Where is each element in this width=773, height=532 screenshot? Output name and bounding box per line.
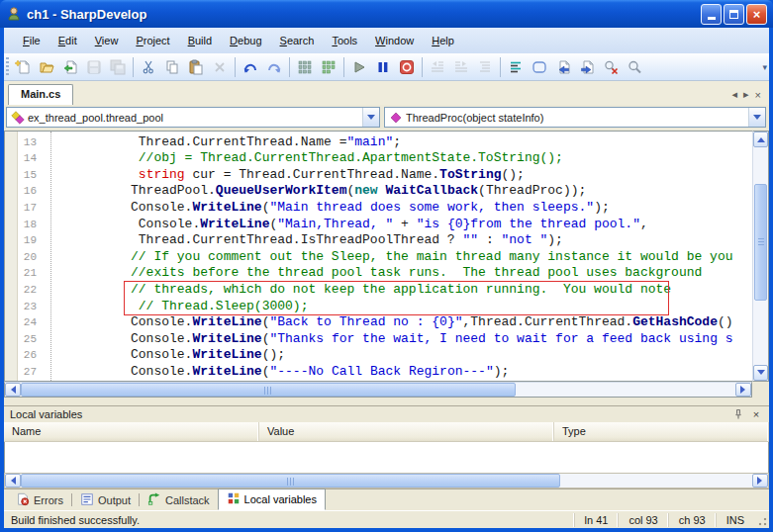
local-variables-list[interactable] xyxy=(4,442,769,473)
stop-button[interactable] xyxy=(395,55,419,78)
code-line[interactable]: 21 //exits before the thread pool task r… xyxy=(5,265,752,282)
column-header-type[interactable]: Type xyxy=(554,422,769,441)
class-combobox[interactable]: ex_thread_pool.thread_pool xyxy=(6,107,380,128)
panel-scroll-left-icon[interactable] xyxy=(5,474,21,488)
vertical-scroll-thumb[interactable] xyxy=(754,184,767,301)
uncomment-region-button[interactable] xyxy=(317,55,340,78)
panel-close-icon[interactable]: × xyxy=(749,407,763,421)
code-line[interactable]: 22 // threads, which do not keep the app… xyxy=(5,282,752,299)
code-line[interactable]: 20 // If you comment out the Sleep, the … xyxy=(5,249,752,266)
tab-main-cs[interactable]: Main.cs xyxy=(8,84,73,105)
horizontal-scroll-thumb[interactable] xyxy=(21,383,516,397)
minimize-button[interactable] xyxy=(701,4,722,25)
code-line[interactable]: 24 Console.WriteLine("Back to Thread no … xyxy=(5,314,752,331)
next-bookmark-button[interactable] xyxy=(575,55,599,78)
new-file-button[interactable] xyxy=(11,55,35,78)
panel-scroll-thumb[interactable] xyxy=(21,474,560,488)
panel-horizontal-scrollbar[interactable] xyxy=(4,473,769,488)
undo-button[interactable] xyxy=(239,55,262,78)
run-button[interactable] xyxy=(347,55,371,78)
scroll-right-icon[interactable] xyxy=(735,383,751,397)
redo-button[interactable] xyxy=(262,55,286,78)
scroll-up-icon[interactable] xyxy=(753,132,768,147)
cut-button[interactable] xyxy=(137,55,160,78)
tab-scroll-right-icon[interactable]: ▸ xyxy=(743,88,749,101)
menu-project[interactable]: Project xyxy=(127,31,178,50)
code-line[interactable]: 18 Console.WriteLine("Main,Thread, " + "… xyxy=(5,217,752,233)
copy-button[interactable] xyxy=(160,55,184,78)
column-header-value[interactable]: Value xyxy=(259,422,554,441)
search-button[interactable] xyxy=(623,55,646,78)
callstack-icon xyxy=(147,492,161,508)
code-line[interactable]: 14 //obj = Thread.CurrentThread.Apartmen… xyxy=(5,150,752,167)
menu-file[interactable]: File xyxy=(14,31,49,50)
tab-label: Callstack xyxy=(165,494,210,506)
code-line[interactable]: 23 // Thread.Sleep(3000); xyxy=(5,299,752,315)
clear-bookmarks-button[interactable] xyxy=(599,55,623,78)
resize-grip[interactable] xyxy=(754,513,768,527)
close-button[interactable]: × xyxy=(746,4,767,25)
line-number: 26 xyxy=(5,347,45,364)
code-text: string cur = Thread.CurrentThread.Name.T… xyxy=(45,167,525,184)
line-number: 23 xyxy=(5,299,45,315)
pause-button[interactable] xyxy=(371,55,395,78)
member-combobox[interactable]: ThreadProc(object stateInfo) xyxy=(384,107,766,128)
menu-debug[interactable]: Debug xyxy=(221,31,270,50)
code-line[interactable]: 13 Thread.CurrentThread.Name ="main"; xyxy=(5,134,752,151)
line-number: 16 xyxy=(5,183,45,200)
code-line[interactable]: 19 Thread.CurrentThread.IsThreadPoolThre… xyxy=(5,232,752,249)
local-variables-icon xyxy=(227,491,241,507)
panel-title: Local variables xyxy=(10,408,727,420)
paste-button[interactable] xyxy=(184,55,208,78)
class-combobox-dropdown-icon[interactable] xyxy=(362,108,379,127)
code-line[interactable]: 27 Console.WriteLine("----No Call Back R… xyxy=(5,364,752,381)
tab-errors[interactable]: Errors xyxy=(8,490,71,510)
menu-view[interactable]: View xyxy=(86,31,128,50)
menu-window[interactable]: Window xyxy=(366,31,423,50)
show-whitespace-button[interactable] xyxy=(504,55,528,78)
line-number: 20 xyxy=(5,249,45,266)
code-text: // threads, which do not keep the applic… xyxy=(45,282,671,299)
tab-output[interactable]: Output xyxy=(72,490,139,510)
member-combobox-dropdown-icon[interactable] xyxy=(748,108,765,127)
tab-local-variables[interactable]: Local variables xyxy=(218,488,326,510)
code-editor[interactable]: 12 string Str = Thread.GetDomainID();13 … xyxy=(4,131,752,382)
tab-callstack[interactable]: Callstack xyxy=(140,490,218,510)
tab-close-icon[interactable]: × xyxy=(755,89,761,101)
editor-vertical-scrollbar[interactable] xyxy=(752,131,769,382)
menu-tools[interactable]: Tools xyxy=(323,31,366,50)
toolbar-overflow-icon[interactable]: ▾ xyxy=(762,62,767,72)
panel-scroll-right-icon[interactable] xyxy=(752,474,768,488)
editor-horizontal-scrollbar[interactable] xyxy=(4,382,752,398)
toolbar-separator xyxy=(289,57,290,77)
open-from-web-button[interactable] xyxy=(58,55,82,78)
code-text: Console.WriteLine("Back to Thread no : {… xyxy=(45,314,733,331)
code-line[interactable]: 25 Console.WriteLine("Thanks for the wai… xyxy=(5,331,752,348)
toolbar-grip[interactable] xyxy=(6,57,9,77)
scroll-left-icon[interactable] xyxy=(5,383,21,397)
menu-edit[interactable]: Edit xyxy=(49,31,86,50)
toolbar-separator xyxy=(133,57,134,77)
column-header-name[interactable]: Name xyxy=(4,422,259,441)
prev-bookmark-button[interactable] xyxy=(551,55,575,78)
code-line[interactable]: 16 ThreadPool.QueueUserWorkItem(new Wait… xyxy=(5,183,752,200)
code-text: Console.WriteLine("Main,Thread, " + "is … xyxy=(45,217,648,233)
status-insert-mode: INS xyxy=(716,513,754,527)
line-number: 24 xyxy=(5,314,45,331)
selection-mode-button[interactable] xyxy=(528,55,551,78)
tab-scroll-left-icon[interactable]: ◂ xyxy=(732,88,738,101)
panel-splitter[interactable] xyxy=(4,398,769,405)
menu-build[interactable]: Build xyxy=(179,31,221,50)
code-line[interactable]: 17 Console.WriteLine("Main thread does s… xyxy=(5,200,752,217)
pin-icon[interactable] xyxy=(731,407,745,421)
open-file-button[interactable] xyxy=(35,55,58,78)
maximize-button[interactable] xyxy=(724,4,744,25)
code-text: //obj = Thread.CurrentThread.ApartmentSt… xyxy=(45,150,563,167)
menu-search[interactable]: Search xyxy=(271,31,324,50)
code-line[interactable]: 15 string cur = Thread.CurrentThread.Nam… xyxy=(5,167,752,184)
code-line[interactable]: 26 Console.WriteLine(); xyxy=(5,347,752,364)
document-tab-strip: Main.cs ◂ ▸ × xyxy=(4,81,769,105)
menu-help[interactable]: Help xyxy=(423,31,463,50)
comment-region-button[interactable] xyxy=(293,55,317,78)
scroll-down-icon[interactable] xyxy=(753,365,768,381)
